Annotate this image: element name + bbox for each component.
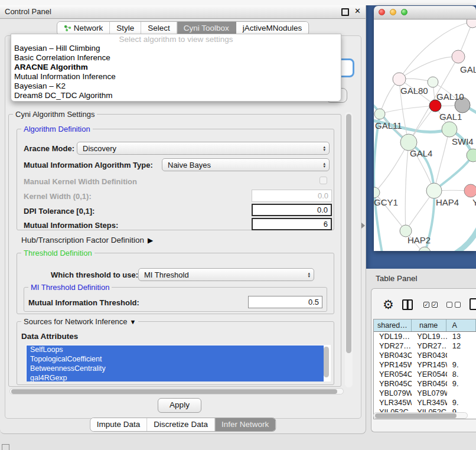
network-node[interactable] xyxy=(393,73,406,86)
table-row[interactable]: YBR043CYBR043C xyxy=(374,351,476,360)
table-row[interactable]: YLR345WYLR345W9. xyxy=(374,398,476,407)
scrollbar-thumb[interactable] xyxy=(375,413,457,418)
table-cell[interactable]: YBR045C xyxy=(374,379,412,389)
dropdown-item[interactable]: Dream8 DC_TDC Algorithm xyxy=(11,91,341,100)
data-attributes-list[interactable]: SelfLoops TopologicalCoefficient Between… xyxy=(26,345,331,381)
hub-definition-toggle[interactable]: Hub/Transcription Factor Definition▶ xyxy=(21,236,153,244)
split-columns-icon[interactable] xyxy=(402,299,413,310)
sources-group-title[interactable]: Sources for Network Inference▼ xyxy=(21,317,138,326)
table-cell[interactable]: YER054C xyxy=(412,370,447,379)
mi-threshold-input[interactable] xyxy=(248,296,322,308)
mi-type-combo[interactable]: Naive Bayes ▴▾ xyxy=(162,158,330,171)
dropdown-item[interactable]: Bayesian – Hill Climbing xyxy=(11,44,341,53)
network-edge[interactable] xyxy=(454,227,476,251)
network-edge[interactable] xyxy=(399,57,458,79)
list-item[interactable]: TopologicalCoefficient xyxy=(27,355,324,364)
tab-select[interactable]: Select xyxy=(141,22,177,35)
table-cell[interactable]: 12 xyxy=(447,341,476,351)
table-cell[interactable]: YDR27… xyxy=(412,341,447,351)
network-node[interactable] xyxy=(467,19,476,28)
table-horizontal-scrollbar[interactable] xyxy=(373,412,468,419)
network-node[interactable] xyxy=(442,122,457,137)
table-cell[interactable]: YPR145W xyxy=(412,360,447,370)
network-node[interactable] xyxy=(374,109,385,119)
column-header[interactable]: shared… xyxy=(374,319,412,331)
checked-checkbox-icon[interactable]: ✓ xyxy=(423,302,429,308)
unchecked-checkbox-icon[interactable] xyxy=(446,302,452,308)
manual-kernel-checkbox[interactable] xyxy=(319,177,327,184)
table-cell[interactable]: YBR045C xyxy=(412,379,447,389)
mac-close-button[interactable] xyxy=(379,9,385,15)
network-node[interactable] xyxy=(428,77,438,87)
table-row[interactable]: YPR145WYPR145W9. xyxy=(374,360,476,370)
which-threshold-combo[interactable]: MI Threshold ▴▾ xyxy=(138,268,314,281)
tab-cyni-toolbox[interactable]: Cyni Toolbox xyxy=(177,22,236,35)
table-cell[interactable]: YBR043C xyxy=(412,351,447,360)
table-cell[interactable]: YPR145W xyxy=(374,360,412,370)
table-cell[interactable] xyxy=(447,351,476,360)
tab-impute-data[interactable]: Impute Data xyxy=(90,418,148,431)
network-window-titlebar[interactable] xyxy=(374,6,476,19)
table-cell[interactable]: 9. xyxy=(447,360,476,370)
table-cell[interactable] xyxy=(447,389,476,398)
gear-icon[interactable]: ⚙ xyxy=(383,298,394,312)
settings-horizontal-scrollbar[interactable] xyxy=(9,388,344,394)
float-window-icon[interactable] xyxy=(341,8,349,16)
table-cell[interactable]: YDL19… xyxy=(374,332,412,341)
network-node[interactable] xyxy=(464,184,476,197)
dropdown-item[interactable]: Basic Correlation Inference xyxy=(11,53,341,63)
mac-minimize-button[interactable] xyxy=(390,9,396,15)
tab-discretize-data[interactable]: Discretize Data xyxy=(147,418,215,431)
table-cell[interactable]: YBR043C xyxy=(374,351,412,360)
network-canvas-svg[interactable]: GALGAL80GAL10GAL1GAL11SWI4GAL4GCY1HAP4YH… xyxy=(374,19,476,251)
network-edge[interactable] xyxy=(374,142,409,193)
table-cell[interactable]: 9. xyxy=(447,379,476,389)
list-item[interactable]: SelfLoops xyxy=(27,345,324,355)
tab-jactivemnodules[interactable]: jActiveMNodules xyxy=(236,22,309,35)
mac-zoom-button[interactable] xyxy=(401,9,407,15)
table-cell[interactable]: YBL079W xyxy=(374,389,412,398)
table-cell[interactable]: YLR345W xyxy=(374,398,412,407)
kernel-width-input[interactable] xyxy=(252,190,332,202)
tab-network[interactable]: Network xyxy=(57,22,110,35)
table-cell[interactable]: 13 xyxy=(447,332,476,341)
network-node[interactable] xyxy=(429,100,441,112)
control-panel-titlebar[interactable]: Control Panel ✕ xyxy=(0,5,366,19)
table-row[interactable]: YBR045CYBR045C9. xyxy=(374,379,476,389)
checked-checkbox-icon[interactable]: ✓ xyxy=(432,302,438,308)
settings-vertical-scrollbar[interactable] xyxy=(345,112,353,387)
document-icon[interactable] xyxy=(470,298,476,310)
network-edge[interactable] xyxy=(405,142,409,231)
dropdown-item-selected[interactable]: ARACNE Algorithm xyxy=(11,63,341,72)
list-item[interactable]: BetweennessCentrality xyxy=(27,364,324,374)
list-scrollbar[interactable] xyxy=(324,347,329,377)
table-row[interactable]: YER054CYER054C8. xyxy=(374,370,476,379)
unchecked-checkbox-icon[interactable] xyxy=(455,302,461,308)
close-icon[interactable]: ✕ xyxy=(354,6,361,15)
aracne-mode-combo[interactable]: Discovery ▴▾ xyxy=(77,142,330,155)
network-edge[interactable] xyxy=(374,114,382,251)
column-header[interactable]: A xyxy=(446,319,476,331)
column-header[interactable]: name xyxy=(412,319,446,331)
scrollbar-thumb[interactable] xyxy=(346,114,351,353)
network-node[interactable] xyxy=(374,187,380,198)
table-cell[interactable]: YBL079W xyxy=(412,389,447,398)
panel-splitter-arrow[interactable] xyxy=(361,223,365,229)
table-cell[interactable]: YER054C xyxy=(374,370,412,379)
list-item[interactable]: gal4RGexp xyxy=(27,374,324,381)
panel-grip-icon[interactable] xyxy=(2,444,9,450)
dpi-tolerance-input[interactable] xyxy=(252,204,332,216)
network-edge[interactable] xyxy=(380,106,435,114)
table-row[interactable]: YBL079WYBL079W xyxy=(374,389,476,398)
apply-button[interactable]: Apply xyxy=(158,398,201,413)
dropdown-item[interactable]: Mutual Information Inference xyxy=(11,72,341,81)
network-node[interactable] xyxy=(452,50,465,63)
table-cell[interactable]: 9. xyxy=(447,398,476,407)
network-node[interactable] xyxy=(419,247,431,251)
dropdown-item[interactable]: Bayesian – K2 xyxy=(11,81,341,91)
network-node[interactable] xyxy=(426,183,442,198)
table-row[interactable]: YDR27…YDR27…12 xyxy=(374,341,476,351)
mi-steps-input[interactable] xyxy=(252,218,332,230)
table-row[interactable]: YDL19…YDL19…13 xyxy=(374,332,476,341)
tab-style[interactable]: Style xyxy=(110,22,141,35)
